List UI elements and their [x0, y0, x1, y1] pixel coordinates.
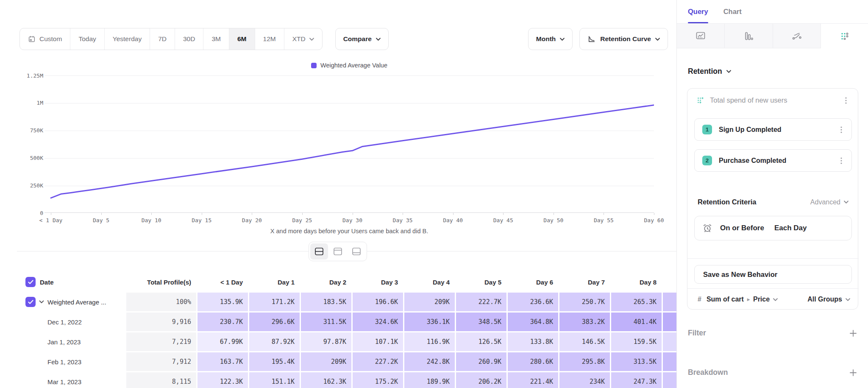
- kebab-menu-icon[interactable]: [843, 97, 849, 104]
- retention-value-cell[interactable]: 234K: [559, 372, 610, 388]
- add-breakdown-button[interactable]: [849, 368, 857, 377]
- retention-value-cell[interactable]: 162.3K: [301, 372, 351, 388]
- retention-value-cell[interactable]: 222.7K: [456, 293, 506, 311]
- step-2-purchase-completed[interactable]: 2 Purchase Completed: [694, 149, 852, 172]
- retention-value-cell[interactable]: 364.8K: [508, 313, 558, 331]
- retention-value-cell[interactable]: 265.3K: [611, 293, 662, 311]
- retention-value-cell[interactable]: 230.7K: [198, 313, 248, 331]
- retention-line-chart[interactable]: < 1 DayDay 5Day 10Day 15Day 20Day 25Day …: [45, 72, 654, 213]
- kebab-menu-icon[interactable]: [838, 126, 845, 134]
- retention-value-cell[interactable]: 122.3K: [198, 372, 248, 388]
- retention-value-cell[interactable]: 163.7K: [198, 352, 248, 371]
- chart-only-view-toggle[interactable]: [329, 243, 347, 260]
- legend-item-weighted-average[interactable]: Weighted Average Value: [311, 62, 387, 69]
- total-profiles-cell[interactable]: 100%: [126, 293, 196, 311]
- retention-value-cell[interactable]: 159.5K: [611, 332, 662, 351]
- criteria-each-day[interactable]: Each Day: [774, 224, 807, 232]
- retention-value-cell[interactable]: 135.9K: [198, 293, 248, 311]
- range-xtd-button[interactable]: XTD: [284, 28, 322, 50]
- retention-value-cell[interactable]: 209K: [404, 293, 455, 311]
- retention-value-cell[interactable]: 175.2K: [353, 372, 403, 388]
- report-type-dropdown[interactable]: Retention: [688, 67, 731, 76]
- retention-value-cell[interactable]: 67.99K: [198, 332, 248, 351]
- criteria-on-or-before[interactable]: On or Before: [720, 224, 764, 232]
- range-7d-button[interactable]: 7D: [150, 28, 175, 50]
- retention-value-cell[interactable]: 146.5K: [559, 332, 610, 351]
- retention-value-cell[interactable]: 260.9K: [456, 352, 506, 371]
- range-3m-button[interactable]: 3M: [203, 28, 229, 50]
- retention-value-cell[interactable]: 250.7K: [559, 293, 610, 311]
- table-only-view-toggle[interactable]: [348, 243, 365, 260]
- save-as-new-behavior-button[interactable]: Save as New Behavior: [694, 265, 852, 284]
- range-6m-button[interactable]: 6M: [229, 28, 255, 50]
- retention-value-cell[interactable]: 196.6K: [353, 293, 403, 311]
- range-custom-button[interactable]: Custom: [20, 28, 70, 50]
- retention-value-cell[interactable]: 242.8K: [404, 352, 455, 371]
- chevron-down-icon[interactable]: [39, 300, 44, 304]
- measure-property-dropdown[interactable]: Sum of cart ▸ Price: [707, 296, 802, 303]
- split-view-toggle[interactable]: [310, 243, 328, 260]
- retention-value-cell[interactable]: 236.6K: [508, 293, 558, 311]
- retention-value-cell[interactable]: 206.2K: [456, 372, 506, 388]
- viz-funnels-tab[interactable]: [725, 24, 773, 48]
- retention-value-cell-clipped[interactable]: [663, 372, 676, 388]
- select-all-checkbox[interactable]: [25, 277, 36, 287]
- retention-value-cell[interactable]: 116.9K: [404, 332, 455, 351]
- row-checkbox[interactable]: [25, 297, 36, 307]
- add-filter-button[interactable]: [849, 329, 857, 338]
- retention-value-cell[interactable]: 227.2K: [353, 352, 403, 371]
- row-label-cell[interactable]: Feb 1, 2023: [17, 352, 125, 371]
- range-today-button[interactable]: Today: [70, 28, 104, 50]
- range-30d-button[interactable]: 30D: [175, 28, 203, 50]
- retention-value-cell[interactable]: 126.5K: [456, 332, 506, 351]
- retention-value-cell[interactable]: 383.2K: [559, 313, 610, 331]
- retention-value-cell[interactable]: 348.5K: [456, 313, 506, 331]
- advanced-dropdown[interactable]: Advanced: [810, 198, 849, 206]
- granularity-dropdown[interactable]: Month: [528, 28, 573, 50]
- viz-insights-tab[interactable]: [677, 24, 725, 48]
- retention-value-cell[interactable]: 247.3K: [611, 372, 662, 388]
- retention-value-cell-clipped[interactable]: [663, 352, 676, 371]
- retention-value-cell[interactable]: 107.1K: [353, 332, 403, 351]
- tab-chart[interactable]: Chart: [723, 0, 742, 23]
- total-profiles-cell[interactable]: 7,912: [126, 352, 196, 371]
- compare-button[interactable]: Compare: [335, 28, 389, 50]
- retention-value-cell-clipped[interactable]: [663, 332, 676, 351]
- retention-value-cell[interactable]: 221.4K: [508, 372, 558, 388]
- retention-value-cell[interactable]: 189.9K: [404, 372, 455, 388]
- total-profiles-cell[interactable]: 9,916: [126, 313, 196, 331]
- retention-value-cell[interactable]: 295.8K: [559, 352, 610, 371]
- retention-value-cell[interactable]: 171.2K: [249, 293, 300, 311]
- total-profiles-cell[interactable]: 8,115: [126, 372, 196, 388]
- retention-value-cell[interactable]: 151.1K: [249, 372, 300, 388]
- retention-value-cell[interactable]: 336.1K: [404, 313, 455, 331]
- row-label-cell[interactable]: Dec 1, 2022: [17, 313, 125, 331]
- retention-value-cell[interactable]: 209K: [301, 352, 351, 371]
- tab-query[interactable]: Query: [688, 0, 708, 23]
- chart-type-dropdown[interactable]: Retention Curve: [579, 28, 668, 50]
- kebab-menu-icon[interactable]: [838, 157, 845, 165]
- step-1-sign-up-completed[interactable]: 1 Sign Up Completed: [694, 118, 852, 141]
- range-yesterday-button[interactable]: Yesterday: [105, 28, 150, 50]
- criteria-value-card[interactable]: On or Before Each Day: [694, 216, 852, 240]
- retention-value-cell[interactable]: 296.6K: [249, 313, 300, 331]
- viz-retention-tab[interactable]: [821, 24, 868, 49]
- retention-value-cell[interactable]: 311.5K: [301, 313, 351, 331]
- retention-value-cell[interactable]: 195.4K: [249, 352, 300, 371]
- viz-flows-tab[interactable]: [773, 24, 821, 48]
- retention-value-cell[interactable]: 183.5K: [301, 293, 351, 311]
- retention-value-cell-clipped[interactable]: [663, 293, 676, 311]
- row-label-cell[interactable]: Weighted Average ...: [17, 293, 125, 311]
- retention-value-cell[interactable]: 280.6K: [508, 352, 558, 371]
- retention-value-cell[interactable]: 313.5K: [611, 352, 662, 371]
- retention-value-cell[interactable]: 97.87K: [301, 332, 351, 351]
- row-label-cell[interactable]: Jan 1, 2023: [17, 332, 125, 351]
- retention-value-cell-clipped[interactable]: [663, 313, 676, 331]
- retention-value-cell[interactable]: 401.4K: [611, 313, 662, 331]
- all-groups-dropdown[interactable]: All Groups: [807, 296, 850, 303]
- retention-value-cell[interactable]: 324.6K: [353, 313, 403, 331]
- row-label-cell[interactable]: Mar 1, 2023: [17, 372, 125, 388]
- total-profiles-cell[interactable]: 7,219: [126, 332, 196, 351]
- retention-value-cell[interactable]: 87.92K: [249, 332, 300, 351]
- range-12m-button[interactable]: 12M: [255, 28, 284, 50]
